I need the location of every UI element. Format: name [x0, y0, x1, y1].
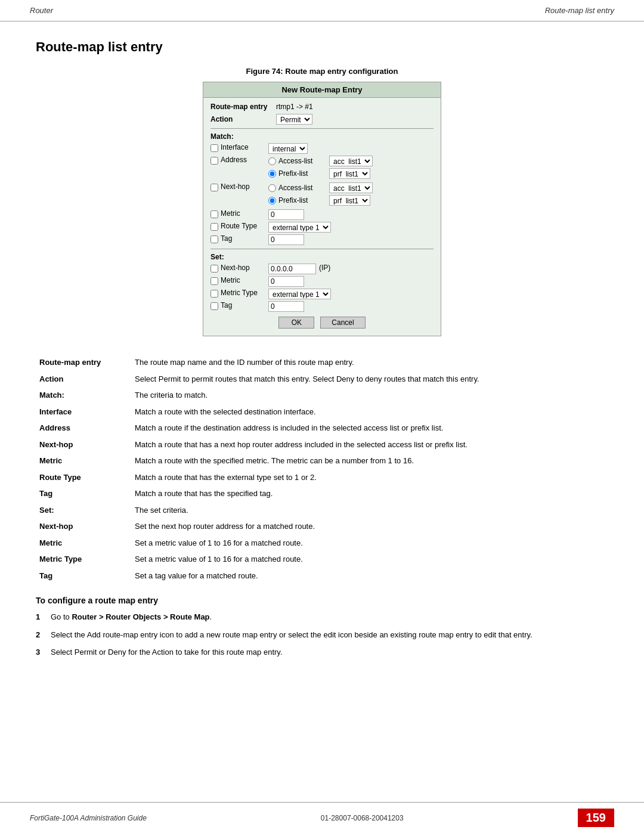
desc-definition: Match a route that has the external type… — [131, 469, 608, 486]
nexthop-prefix-list-radio[interactable] — [268, 197, 276, 205]
desc-row: Set:The set criteria. — [36, 502, 608, 519]
desc-definition: Match a route that has a next hop router… — [131, 436, 608, 453]
step-number: 1 — [36, 611, 51, 623]
set-nexthop-row: Next-hop (IP) — [210, 264, 434, 274]
nexthop-prefix-list-row: Prefix-list prf_list1 — [268, 195, 373, 206]
header-left: Router — [30, 6, 53, 15]
set-tag-checkbox[interactable] — [210, 302, 218, 310]
desc-definition: Match a route with the specified metric.… — [131, 453, 608, 469]
address-access-list-radio[interactable] — [268, 157, 276, 165]
tag-checkbox[interactable] — [210, 236, 218, 243]
desc-definition: Set a tag value for a matched route. — [131, 568, 608, 584]
address-checkbox[interactable] — [210, 157, 218, 165]
figure-caption: Figure 74: Route map entry configuration — [36, 67, 608, 76]
header-right: Route-map list entry — [545, 6, 614, 15]
desc-term: Tag — [36, 568, 131, 584]
desc-term: Match: — [36, 387, 131, 404]
desc-term: Metric Type — [36, 551, 131, 568]
footer-center: 01-28007-0068-20041203 — [321, 814, 404, 822]
desc-definition: Set a metric value of 1 to 16 for a matc… — [131, 551, 608, 568]
set-label: Set: — [210, 253, 434, 261]
set-nexthop-checkbox[interactable] — [210, 265, 218, 272]
tag-input[interactable] — [268, 234, 304, 245]
nexthop-access-list-label: Access-list — [278, 184, 329, 192]
set-metrictype-select[interactable]: external type 1 external type 2 — [268, 289, 331, 299]
address-access-list-row: Access-list acc_list1 — [268, 156, 373, 166]
nexthop-access-list-radio[interactable] — [268, 184, 276, 192]
address-prefix-list-select[interactable]: prf_list1 — [329, 168, 370, 179]
divider1 — [210, 128, 434, 129]
step-item: 2Select the Add route-map entry icon to … — [36, 629, 608, 641]
set-metrictype-checkbox-label: Metric Type — [221, 289, 268, 297]
desc-row: MetricMatch a route with the specified m… — [36, 453, 608, 469]
ok-button[interactable]: OK — [278, 317, 314, 329]
address-access-list-label: Access-list — [278, 157, 329, 165]
desc-row: MetricSet a metric value of 1 to 16 for … — [36, 535, 608, 552]
desc-term: Metric — [36, 535, 131, 552]
step-item: 1Go to Router > Router Objects > Route M… — [36, 611, 608, 623]
desc-row: ActionSelect Permit to permit routes tha… — [36, 371, 608, 388]
set-metric-input[interactable] — [268, 276, 304, 287]
interface-checkbox-label: Interface — [221, 143, 268, 151]
address-prefix-list-row: Prefix-list prf_list1 — [268, 168, 373, 179]
set-metrictype-checkbox[interactable] — [210, 290, 218, 298]
description-table: Route-map entryThe route map name and th… — [36, 354, 608, 584]
set-tag-row: Tag — [210, 301, 434, 312]
desc-definition: The set criteria. — [131, 502, 608, 519]
desc-term: Route Type — [36, 469, 131, 486]
address-prefix-list-radio[interactable] — [268, 170, 276, 178]
desc-term: Route-map entry — [36, 354, 131, 371]
desc-term: Tag — [36, 485, 131, 502]
desc-term: Action — [36, 371, 131, 388]
routetype-select[interactable]: external type 1 external type 2 internal — [268, 222, 331, 233]
cancel-button[interactable]: Cancel — [320, 317, 365, 329]
desc-row: Route TypeMatch a route that has the ext… — [36, 469, 608, 486]
nexthop-row: Next-hop Access-list acc_list1 Prefix-li… — [210, 182, 434, 208]
desc-row: TagSet a tag value for a matched route. — [36, 568, 608, 584]
main-content: Route-map list entry Figure 74: Route ma… — [0, 21, 644, 688]
tag-checkbox-label: Tag — [221, 234, 268, 243]
nexthop-prefix-list-select[interactable]: prf_list1 — [329, 195, 370, 206]
interface-checkbox[interactable] — [210, 144, 218, 152]
nexthop-checkbox[interactable] — [210, 184, 218, 191]
desc-row: Metric TypeSet a metric value of 1 to 16… — [36, 551, 608, 568]
metric-input[interactable] — [268, 209, 304, 220]
metric-row: Metric — [210, 209, 434, 220]
set-metric-checkbox[interactable] — [210, 277, 218, 285]
desc-row: TagMatch a route that has the specified … — [36, 485, 608, 502]
set-metric-checkbox-label: Metric — [221, 276, 268, 284]
route-map-entry-row: Route-map entry rtmp1 -> #1 — [210, 103, 434, 111]
desc-definition: Match a route with the selected destinat… — [131, 404, 608, 420]
action-select[interactable]: Permit Deny — [276, 114, 312, 125]
nexthop-prefix-list-label: Prefix-list — [278, 196, 329, 205]
nexthop-access-list-select[interactable]: acc_list1 — [329, 182, 373, 193]
set-tag-checkbox-label: Tag — [221, 301, 268, 309]
route-map-entry-label: Route-map entry — [210, 103, 276, 111]
set-tag-input[interactable] — [268, 301, 304, 312]
set-nexthop-input[interactable] — [268, 264, 316, 274]
step-number: 2 — [36, 629, 51, 641]
metric-checkbox[interactable] — [210, 210, 218, 218]
page-header: Router Route-map list entry — [0, 0, 644, 21]
desc-row: InterfaceMatch a route with the selected… — [36, 404, 608, 420]
metric-checkbox-label: Metric — [221, 209, 268, 218]
action-label: Action — [210, 115, 276, 123]
desc-row: Next-hopSet the next hop router address … — [36, 518, 608, 535]
steps-section: To configure a route map entry 1Go to Ro… — [36, 596, 608, 658]
nexthop-sub-rows: Access-list acc_list1 Prefix-list prf_li… — [268, 182, 373, 208]
desc-definition: The route map name and the ID number of … — [131, 354, 608, 371]
set-metric-row: Metric — [210, 276, 434, 287]
step-number: 3 — [36, 646, 51, 658]
dialog-container: New Route-map Entry Route-map entry rtmp… — [36, 82, 608, 336]
interface-select[interactable]: internal — [268, 143, 308, 154]
routetype-checkbox[interactable] — [210, 223, 218, 231]
address-sub-rows: Access-list acc_list1 Prefix-list prf_li… — [268, 156, 373, 181]
address-prefix-list-label: Prefix-list — [278, 169, 329, 178]
nexthop-access-list-row: Access-list acc_list1 — [268, 182, 373, 193]
routetype-row: Route Type external type 1 external type… — [210, 222, 434, 233]
desc-definition: Set the next hop router address for a ma… — [131, 518, 608, 535]
address-access-list-select[interactable]: acc_list1 — [329, 156, 373, 166]
dialog-title: New Route-map Entry — [203, 82, 441, 98]
set-nexthop-hint: (IP) — [319, 264, 330, 272]
desc-definition: The criteria to match. — [131, 387, 608, 404]
